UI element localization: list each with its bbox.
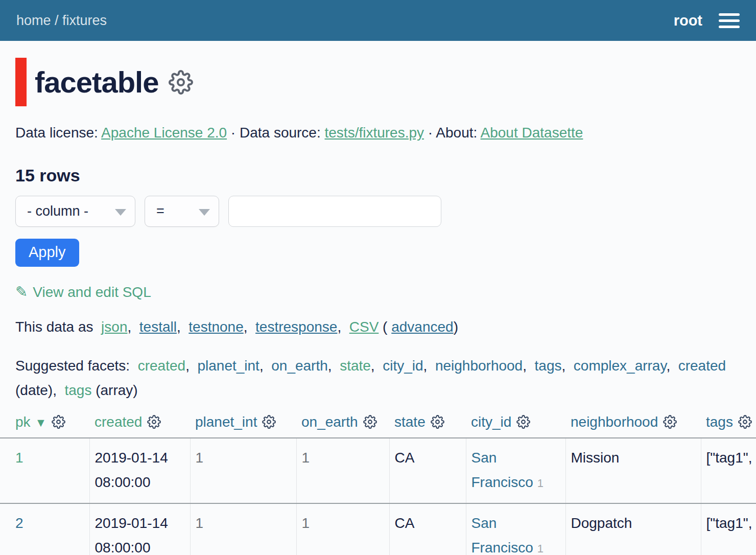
cell-on-earth: 1 xyxy=(302,450,310,466)
row-count: 15 rows xyxy=(15,166,741,186)
title-accent-bar xyxy=(15,58,27,106)
filter-value-input[interactable] xyxy=(228,196,441,227)
column-gear-icon[interactable] xyxy=(52,415,65,429)
license-label: Data license: xyxy=(15,125,101,141)
column-gear-icon[interactable] xyxy=(663,415,677,429)
apply-button[interactable]: Apply xyxy=(15,239,79,267)
source-link[interactable]: tests/fixtures.py xyxy=(325,125,424,141)
cell-city-link[interactable]: San Francisco xyxy=(471,450,533,490)
breadcrumb: home / fixtures xyxy=(16,13,107,29)
table-row: 1 2019-01-14 08:00:00 1 1 CA San Francis… xyxy=(0,438,756,503)
cell-city-id-value: 1 xyxy=(537,542,544,555)
filter-operator-select[interactable]: = xyxy=(145,196,219,227)
column-header-planet-int[interactable]: planet_int xyxy=(195,414,257,430)
export-prefix: This data as xyxy=(15,319,97,335)
column-header-pk[interactable]: pk xyxy=(15,414,31,430)
column-gear-icon[interactable] xyxy=(363,415,377,429)
cell-planet-int: 1 xyxy=(196,515,204,531)
view-edit-sql-link[interactable]: View and edit SQL xyxy=(33,284,151,300)
cell-neighborhood: Mission xyxy=(571,450,620,466)
cell-tags: ["tag1", "tag3"] xyxy=(706,515,756,531)
cell-city-link[interactable]: San Francisco xyxy=(471,515,533,555)
export-format-link[interactable]: testall xyxy=(139,319,177,335)
cell-planet-int: 1 xyxy=(196,450,204,466)
source-label: Data source: xyxy=(240,125,325,141)
column-gear-icon[interactable] xyxy=(738,415,752,429)
filter-row: - column - = xyxy=(15,196,741,227)
breadcrumb-home-link[interactable]: home xyxy=(16,13,51,28)
facet-link[interactable]: tags xyxy=(64,382,91,398)
metadata-line: Data license: Apache License 2.0 · Data … xyxy=(15,125,741,141)
export-links-line: This data as json, testall, testnone, te… xyxy=(15,319,741,335)
facet-link[interactable]: tags xyxy=(535,358,562,374)
sql-line: ✎View and edit SQL xyxy=(15,283,741,300)
column-header-tags[interactable]: tags xyxy=(706,414,733,430)
column-header-neighborhood[interactable]: neighborhood xyxy=(571,414,658,430)
facet-link[interactable]: planet_int xyxy=(197,358,259,374)
cell-tags: ["tag1", "tag2"] xyxy=(706,450,756,466)
table-gear-icon[interactable] xyxy=(169,70,193,95)
hamburger-menu-icon[interactable] xyxy=(719,13,740,28)
facet-link[interactable]: complex_array xyxy=(574,358,667,374)
export-format-link[interactable]: testnone xyxy=(188,319,243,335)
row-pk-link[interactable]: 1 xyxy=(15,450,23,466)
column-gear-icon[interactable] xyxy=(147,415,161,429)
table-row: 2 2019-01-14 08:00:00 1 1 CA San Francis… xyxy=(0,503,756,555)
column-gear-icon[interactable] xyxy=(262,415,276,429)
rows-table: pk▼ created planet_int on_earth state ci… xyxy=(0,412,756,555)
export-format-link[interactable]: CSV xyxy=(349,319,379,335)
top-nav: home / fixtures root xyxy=(0,0,756,41)
breadcrumb-separator: / xyxy=(51,13,63,28)
about-link[interactable]: About Datasette xyxy=(481,125,583,141)
license-link[interactable]: Apache License 2.0 xyxy=(101,125,227,141)
breadcrumb-database-link[interactable]: fixtures xyxy=(62,13,107,28)
page-title: facetable xyxy=(35,65,158,99)
cell-on-earth: 1 xyxy=(302,515,310,531)
column-header-created[interactable]: created xyxy=(94,414,142,430)
facets-prefix: Suggested facets: xyxy=(15,358,134,374)
pencil-icon: ✎ xyxy=(15,284,28,300)
about-label: About: xyxy=(436,125,480,141)
table-header-row: pk▼ created planet_int on_earth state ci… xyxy=(0,412,756,438)
facet-link[interactable]: city_id xyxy=(383,358,423,374)
cell-created: 2019-01-14 08:00:00 xyxy=(95,450,168,490)
export-format-link[interactable]: json xyxy=(101,319,127,335)
cell-state: CA xyxy=(395,450,415,466)
suggested-facets-line: Suggested facets: created, planet_int, o… xyxy=(15,354,741,403)
column-header-state[interactable]: state xyxy=(394,414,426,430)
filter-column-select[interactable]: - column - xyxy=(15,196,135,227)
cell-state: CA xyxy=(395,515,415,531)
rows-table-container: pk▼ created planet_int on_earth state ci… xyxy=(0,412,756,555)
nav-right: root xyxy=(674,12,740,29)
cell-city-id-value: 1 xyxy=(537,477,544,490)
export-format-link[interactable]: testresponse xyxy=(255,319,337,335)
page-title-bar: facetable xyxy=(15,58,741,106)
column-header-on-earth[interactable]: on_earth xyxy=(301,414,358,430)
column-gear-icon[interactable] xyxy=(516,415,530,429)
facet-link[interactable]: created xyxy=(138,358,185,374)
facet-link[interactable]: on_earth xyxy=(271,358,328,374)
column-header-city-id[interactable]: city_id xyxy=(471,414,511,430)
cell-created: 2019-01-14 08:00:00 xyxy=(95,515,168,555)
facet-link[interactable]: state xyxy=(340,358,371,374)
export-format-link[interactable]: advanced xyxy=(391,319,453,335)
cell-neighborhood: Dogpatch xyxy=(571,515,632,531)
user-menu[interactable]: root xyxy=(674,12,702,29)
facet-link[interactable]: created xyxy=(678,358,726,374)
row-pk-link[interactable]: 2 xyxy=(15,515,23,531)
facet-link[interactable]: neighborhood xyxy=(435,358,523,374)
column-gear-icon[interactable] xyxy=(431,415,444,429)
sort-desc-icon: ▼ xyxy=(35,416,47,429)
